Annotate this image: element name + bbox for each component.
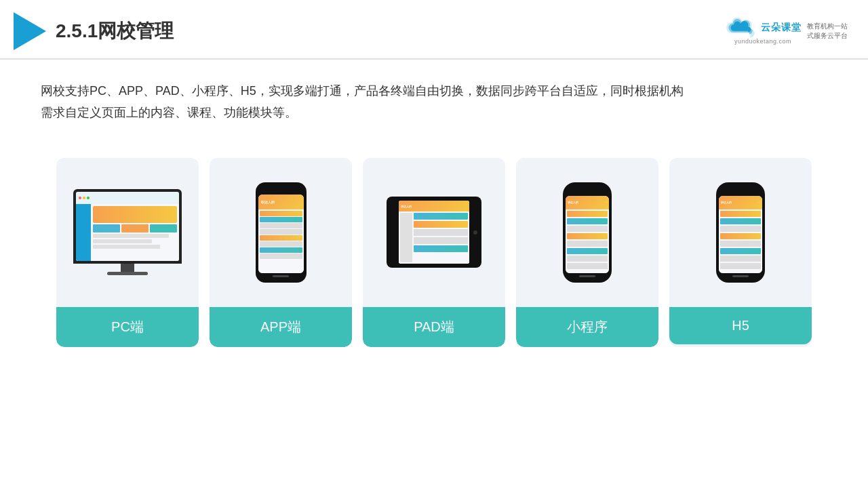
card-app: 职达人的 [210,158,352,347]
page-title: 2.5.1网校管理 [56,18,174,44]
card-pc-label: PC端 [56,307,199,347]
header-right: 云朵课堂 yunduoketang.com 教育机构一站 式服务云平台 [724,18,848,45]
header: 2.5.1网校管理 云朵课堂 yunduoketang.com 教育机构一站 式… [0,0,868,60]
pc-device-icon [73,189,182,275]
card-h5-label: H5 [669,307,812,344]
card-pc-image [56,158,199,307]
description-text: 网校支持PC、APP、PAD、小程序、H5，实现多端打通，产品各终端自由切换，数… [0,60,868,138]
h5-phone-icon: 职达人的 ··· [716,182,765,283]
pad-tablet-icon: 职达人的 [387,197,481,268]
logo-triangle-icon [14,12,46,50]
card-h5: 职达人的 ··· [669,158,812,347]
brand-logo-icon: 云朵课堂 [724,18,802,38]
brand-tagline-line2: 式服务云平台 [807,31,848,41]
card-h5-image: 职达人的 ··· [669,158,812,307]
app-phone-icon: 职达人的 [256,182,307,283]
card-pad-label: PAD端 [363,307,505,347]
card-miniprogram-label: 小程序 [516,307,658,347]
description-paragraph: 网校支持PC、APP、PAD、小程序、H5，实现多端打通，产品各终端自由切换，数… [41,80,827,124]
cards-container: PC端 职达人的 [0,144,868,367]
card-miniprogram-image: 职达人的 ··· [516,158,658,307]
brand-name-cn: 云朵课堂 [761,22,802,34]
brand-logo: 云朵课堂 yunduoketang.com [724,18,802,45]
brand-tagline-line1: 教育机构一站 [807,22,848,31]
header-left: 2.5.1网校管理 [14,12,174,50]
card-pad-image: 职达人的 [363,158,505,307]
brand-tagline: 教育机构一站 式服务云平台 [807,22,848,41]
card-pad: 职达人的 [363,158,505,347]
miniprogram-phone-icon: 职达人的 ··· [563,182,612,283]
card-pc: PC端 [56,158,199,347]
cloud-icon [724,18,757,38]
card-app-image: 职达人的 [210,158,352,307]
card-miniprogram: 职达人的 ··· [516,158,658,347]
card-app-label: APP端 [210,307,352,347]
brand-name-en: yunduoketang.com [734,38,791,45]
